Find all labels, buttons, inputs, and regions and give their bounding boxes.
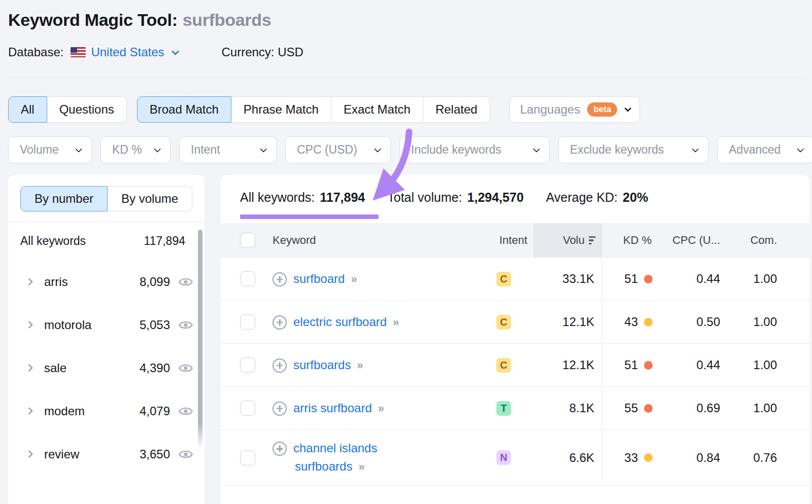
cpc-cell: 0.69 (658, 401, 726, 415)
intent-badge: C (496, 315, 511, 330)
keyword-link[interactable]: channel islands surfboards (293, 441, 377, 473)
tab-broad-match[interactable]: Broad Match (137, 96, 231, 123)
eye-icon[interactable] (178, 361, 193, 376)
com-cell: 1.00 (726, 358, 783, 372)
row-checkbox[interactable] (240, 401, 255, 416)
row-checkbox[interactable] (240, 271, 255, 286)
chevron-down-icon (75, 145, 82, 152)
chevron-right-icon[interactable] (25, 364, 33, 372)
sidebar-scrollbar[interactable] (198, 230, 202, 449)
open-keyword-icon[interactable]: » (393, 316, 398, 329)
filter-kd[interactable]: KD % (100, 136, 171, 163)
kd-difficulty-dot (644, 404, 653, 413)
keyword-group-label: sale (44, 361, 140, 375)
eye-icon[interactable] (178, 274, 193, 290)
tab-exact-match[interactable]: Exact Match (331, 96, 423, 123)
column-header-volume[interactable]: Volu (533, 223, 602, 258)
keyword-link[interactable]: arris surfboard (293, 401, 372, 415)
kd-value: 33 (624, 451, 638, 465)
select-all-checkbox[interactable] (240, 233, 255, 248)
add-keyword-icon[interactable] (273, 315, 287, 330)
open-keyword-icon[interactable]: » (357, 359, 362, 372)
toggle-by-number[interactable]: By number (20, 186, 108, 211)
filter-exclude-keywords[interactable]: Exclude keywords (558, 136, 708, 163)
column-header-kd[interactable]: KD % (602, 223, 658, 258)
keyword-groups-sidebar: By number By volume All keywords 117,894… (8, 175, 205, 504)
row-checkbox[interactable] (240, 314, 255, 330)
tab-all[interactable]: All (8, 96, 47, 123)
sidebar-keyword-group[interactable]: modem 4,079 (8, 389, 205, 433)
filter-advanced[interactable]: Advanced (717, 136, 812, 163)
keyword-group-list: arris 8,099 motorola 5,053 sale 4,390 (8, 260, 205, 476)
com-cell: 1.00 (726, 401, 783, 415)
all-keywords-row[interactable]: All keywords 117,894 (8, 222, 205, 260)
add-keyword-icon[interactable] (273, 358, 287, 373)
chevron-right-icon[interactable] (25, 450, 33, 458)
eye-icon[interactable] (178, 404, 193, 419)
kd-cell: 51 (602, 358, 658, 372)
keyword-link[interactable]: surfboards (293, 358, 351, 372)
open-keyword-icon[interactable]: » (351, 273, 356, 285)
tab-related[interactable]: Related (423, 96, 490, 123)
kd-difficulty-dot (644, 361, 653, 370)
stat-average-kd-value: 20% (623, 190, 648, 205)
com-cell: 0.76 (726, 451, 783, 465)
chevron-right-icon[interactable] (25, 321, 33, 329)
chevron-down-icon (797, 145, 804, 152)
column-header-intent[interactable]: Intent (493, 223, 533, 258)
filter-include-keywords[interactable]: Include keywords (399, 136, 550, 163)
sidebar-keyword-group[interactable]: arris 8,099 (8, 260, 205, 303)
keyword-link[interactable]: electric surfboard (293, 315, 387, 329)
kd-value: 51 (624, 272, 638, 286)
kd-value: 43 (624, 315, 638, 329)
eye-icon[interactable] (178, 447, 193, 462)
tab-questions[interactable]: Questions (47, 96, 127, 123)
add-keyword-icon[interactable] (273, 272, 287, 286)
filter-intent[interactable]: Intent (179, 136, 277, 163)
tabs-row: AllQuestions Broad MatchPhrase MatchExac… (0, 78, 812, 123)
all-keywords-label: All keywords (20, 234, 86, 248)
add-keyword-icon[interactable] (273, 442, 287, 456)
cpc-cell: 0.44 (658, 358, 726, 372)
sidebar-keyword-group[interactable]: sale 4,390 (8, 346, 205, 389)
tab-phrase-match[interactable]: Phrase Match (231, 96, 331, 123)
page-title-query: surfboards (183, 10, 272, 29)
sidebar-keyword-group[interactable]: review 3,650 (8, 433, 205, 476)
column-header-volume-label: Volu (563, 234, 585, 247)
filter-include-label: Include keywords (411, 143, 501, 157)
open-keyword-icon[interactable]: » (378, 402, 383, 415)
chevron-right-icon[interactable] (25, 407, 33, 415)
add-keyword-icon[interactable] (273, 402, 287, 416)
all-keywords-count: 117,894 (144, 234, 185, 248)
row-checkbox[interactable] (240, 357, 255, 373)
sidebar-fade (8, 472, 197, 504)
column-header-cpc[interactable]: CPC (U... (658, 223, 726, 258)
keyword-group-count: 4,390 (140, 361, 170, 375)
open-keyword-icon[interactable]: » (358, 460, 363, 473)
keyword-group-label: motorola (44, 318, 140, 332)
filter-exclude-label: Exclude keywords (570, 143, 664, 157)
row-checkbox[interactable] (240, 450, 255, 465)
stat-total-volume-label: Total volume: (387, 190, 462, 205)
chevron-right-icon[interactable] (25, 278, 33, 286)
volume-cell: 12.1K (533, 344, 602, 386)
page-title-label: Keyword Magic Tool: (8, 10, 178, 29)
eye-icon[interactable] (178, 317, 193, 333)
sidebar-keyword-group[interactable]: motorola 5,053 (8, 303, 205, 346)
toggle-by-volume[interactable]: By volume (107, 186, 192, 211)
chevron-down-icon (624, 105, 631, 112)
tab-group-match: Broad MatchPhrase MatchExact MatchRelate… (137, 96, 490, 123)
languages-dropdown[interactable]: Languages beta (510, 96, 640, 123)
kd-difficulty-dot (644, 453, 653, 462)
keyword-group-count: 4,079 (140, 404, 170, 418)
kd-difficulty-dot (644, 275, 653, 283)
intent-badge: C (496, 272, 511, 286)
keyword-link[interactable]: surfboard (293, 272, 345, 285)
column-header-com[interactable]: Com. (726, 223, 783, 258)
com-cell: 1.00 (726, 315, 783, 329)
filter-volume[interactable]: Volume (8, 136, 92, 163)
beta-badge: beta (587, 102, 617, 117)
filter-cpc[interactable]: CPC (USD) (285, 136, 391, 163)
database-selector[interactable]: United States (91, 45, 177, 59)
column-header-keyword[interactable]: Keyword (273, 223, 493, 258)
